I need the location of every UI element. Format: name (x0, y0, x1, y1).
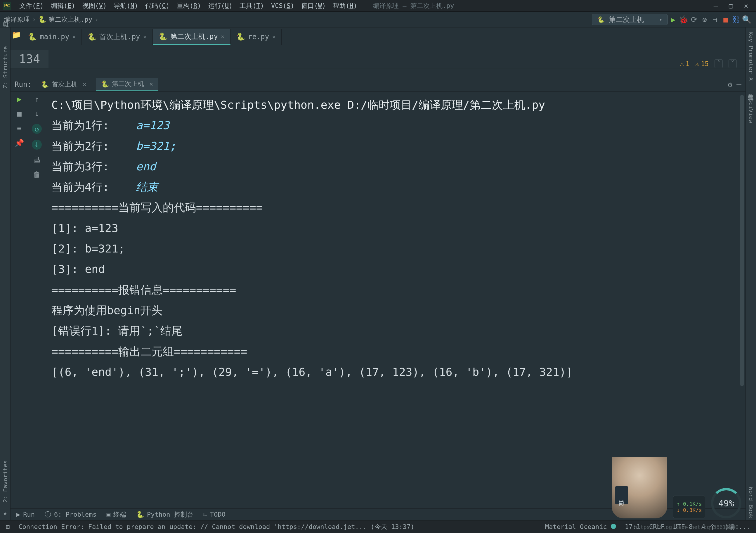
star-icon: ★ (3, 509, 7, 517)
coverage-button[interactable]: ⟳ (689, 15, 699, 24)
keypromoter-tab[interactable]: Key Promoter X (747, 30, 755, 83)
python-icon: 🐍 (41, 81, 49, 88)
structure-tab[interactable]: Z: Structure (2, 44, 9, 90)
close-icon[interactable]: × (272, 33, 276, 40)
print-button[interactable]: 🖶 (33, 155, 40, 164)
scrollbar-thumb[interactable] (740, 95, 744, 386)
run-tab-second[interactable]: 🐍第二次上机× (96, 78, 158, 91)
pin-button[interactable]: 📌 (14, 138, 24, 147)
prev-highlight-button[interactable]: ˄ (715, 59, 723, 68)
breadcrumb[interactable]: 编译原理 › 🐍 第二次上机.py › (4, 15, 98, 24)
tool-run[interactable]: ▶Run (16, 511, 35, 518)
floating-widgets: 中简 ↑ 0.1K/s ↓ 0.3K/s 49% (612, 457, 742, 519)
git-button[interactable]: ⛓ (731, 15, 742, 24)
desktop-pet[interactable]: 中简 (612, 457, 667, 519)
minimize-panel-button[interactable]: — (737, 79, 742, 89)
menu-help[interactable]: 帮助(H) (330, 0, 360, 12)
python-icon: 🐍 (597, 16, 605, 23)
rerun-button[interactable]: ▶ (17, 95, 22, 103)
python-file-icon: 🐍 (159, 32, 167, 41)
editor-tab-re[interactable]: 🐍re.py× (230, 29, 282, 45)
editor-tab-main[interactable]: 🐍main.py× (22, 29, 82, 45)
ime-indicator[interactable]: 中简 (615, 486, 628, 504)
tool-todo[interactable]: ≔TODO (203, 511, 226, 518)
editor-gutter: 134 ⚠1 ⚠15 ˄ ˅ (11, 45, 745, 69)
up-arrow-button[interactable]: ↑ (35, 95, 39, 103)
run-panel-label: Run: (14, 80, 32, 89)
run-config-label: 第二次上机 (609, 15, 655, 24)
menu-view[interactable]: 视图(V) (79, 0, 110, 12)
left-tool-stripe: 项目 Z: Structure 2: Favorites ★ (0, 27, 11, 520)
wordbook-tab[interactable]: Word Book (747, 485, 755, 520)
status-icon: ⊡ (6, 523, 10, 530)
stop-button[interactable]: ■ (720, 15, 731, 24)
editor-tab-first[interactable]: 🐍首次上机.py× (82, 29, 152, 45)
close-icon[interactable]: × (221, 33, 224, 40)
gear-icon[interactable]: ⚙ (728, 80, 732, 89)
tool-python-console[interactable]: 🐍Python 控制台 (136, 510, 193, 519)
run-controls-col1: ▶ ■ ≡ 📌 (11, 92, 28, 508)
menu-code[interactable]: 代码(C) (142, 0, 173, 12)
stop-process-button[interactable]: ■ (17, 109, 22, 118)
status-theme[interactable]: Material Oceanic (545, 523, 616, 530)
run-panel: Run: 🐍首次上机× 🐍第二次上机× ⚙ — ▶ ■ ≡ 📌 ↑ ↓ ↺ ⤓ … (11, 77, 745, 508)
concurrency-button[interactable]: ⇉ (710, 15, 720, 24)
breadcrumb-part[interactable]: 第二次上机.py (48, 15, 92, 24)
warning-badge[interactable]: ⚠1 (680, 60, 690, 68)
run-controls-col2: ↑ ↓ ↺ ⤓ 🖶 🗑 (28, 92, 45, 508)
sciview-tab[interactable]: SciView (747, 97, 755, 125)
favorites-tab[interactable]: 2: Favorites (2, 459, 9, 504)
python-file-icon: 🐍 (38, 16, 46, 23)
menu-file[interactable]: 文件(F) (16, 0, 47, 12)
project-tab[interactable]: 项目 (1, 30, 9, 33)
tool-problems[interactable]: ⓘ6: Problems (45, 510, 97, 519)
network-speed-widget[interactable]: ↑ 0.1K/s ↓ 0.3K/s (673, 495, 705, 519)
scroll-end-button[interactable]: ⤓ (32, 140, 42, 150)
list-icon: ≔ (203, 511, 207, 518)
menu-tools[interactable]: 工具(T) (237, 0, 267, 12)
run-button[interactable]: ▶ (668, 15, 678, 24)
close-icon[interactable]: × (72, 33, 76, 40)
watermark: https://blog.csdn.net/qq_38611230 (634, 524, 739, 530)
menu-navigate[interactable]: 导航(N) (111, 0, 141, 12)
folder-icon[interactable]: 📁 (12, 30, 21, 39)
down-arrow-button[interactable]: ↓ (35, 109, 39, 118)
terminal-icon: ▣ (107, 511, 110, 518)
menu-edit[interactable]: 编辑(E) (48, 0, 78, 12)
run-config-selector[interactable]: 🐍 第二次上机 ▾ (592, 14, 668, 25)
search-button[interactable]: 🔍 (742, 15, 752, 24)
close-icon[interactable]: × (83, 81, 87, 88)
menu-window[interactable]: 窗口(W) (298, 0, 329, 12)
menu-refactor[interactable]: 重构(R) (174, 0, 204, 12)
editor-tab-second[interactable]: 🐍第二次上机.py× (153, 29, 230, 45)
breadcrumb-part[interactable]: 编译原理 (4, 15, 30, 24)
trash-button[interactable]: 🗑 (33, 170, 40, 179)
status-message: Connection Error: Failed to prepare an u… (18, 522, 414, 531)
cpu-widget[interactable]: 49% (711, 488, 742, 519)
next-highlight-button[interactable]: ˅ (729, 59, 737, 68)
console-line: [3]: end (51, 259, 737, 279)
database-tab[interactable]: 数据库 (747, 88, 755, 92)
maximize-button[interactable]: ▢ (724, 2, 738, 10)
console-error: [错误行1]: 请用`;`结尾 (51, 321, 737, 341)
minimize-button[interactable]: — (709, 2, 723, 10)
console-tuples: [(6, 'end'), (31, ';'), (29, '='), (16, … (51, 362, 737, 382)
run-panel-body: ▶ ■ ≡ 📌 ↑ ↓ ↺ ⤓ 🖶 🗑 C:\项目\Python环境\编译原理\… (11, 92, 745, 508)
warning-badge[interactable]: ⚠15 (695, 60, 709, 68)
menu-run[interactable]: 运行(U) (205, 0, 236, 12)
close-button[interactable]: ✕ (739, 2, 753, 10)
close-icon[interactable]: × (149, 80, 153, 88)
console-output[interactable]: C:\项目\Python环境\编译原理\Scripts\python.exe D… (45, 92, 745, 508)
python-icon: 🐍 (101, 80, 109, 88)
chevron-right-icon: › (94, 16, 98, 23)
debug-button[interactable]: 🐞 (678, 15, 689, 24)
close-icon[interactable]: × (143, 33, 147, 40)
run-tab-first[interactable]: 🐍首次上机× (36, 78, 92, 91)
chevron-right-icon: › (32, 16, 36, 23)
menu-vcs[interactable]: VCS(S) (268, 1, 297, 11)
wrap-button[interactable]: ↺ (32, 124, 42, 134)
profile-button[interactable]: ⊚ (699, 15, 710, 24)
layout-button[interactable]: ≡ (17, 124, 22, 133)
console-line: [1]: a=123 (51, 218, 737, 238)
tool-terminal[interactable]: ▣终端 (107, 510, 126, 519)
